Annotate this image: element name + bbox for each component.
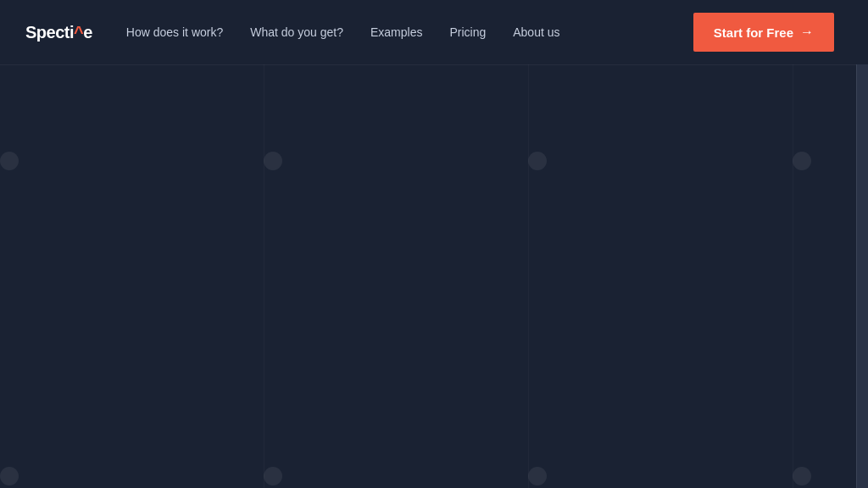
navbar: Specti^e How does it work? What do you g… bbox=[0, 0, 868, 64]
logo-text-main: Specti bbox=[25, 23, 74, 42]
cta-arrow-icon: → bbox=[800, 25, 814, 40]
main-content bbox=[0, 64, 868, 488]
nav-about-us[interactable]: About us bbox=[513, 25, 559, 39]
nav-pricing[interactable]: Pricing bbox=[449, 25, 486, 39]
logo-text-end: e bbox=[83, 23, 92, 42]
logo[interactable]: Specti^e bbox=[25, 23, 92, 42]
start-for-free-button[interactable]: Start for Free → bbox=[693, 13, 834, 52]
nav-links: How does it work? What do you get? Examp… bbox=[126, 25, 560, 39]
navbar-left: Specti^e How does it work? What do you g… bbox=[25, 23, 560, 42]
nav-how-it-works[interactable]: How does it work? bbox=[126, 25, 223, 39]
logo-accent: ^ bbox=[74, 23, 83, 42]
nav-examples[interactable]: Examples bbox=[370, 25, 422, 39]
nav-what-do-you-get[interactable]: What do you get? bbox=[250, 25, 343, 39]
cta-label: Start for Free bbox=[714, 25, 793, 40]
navbar-border bbox=[0, 64, 856, 65]
